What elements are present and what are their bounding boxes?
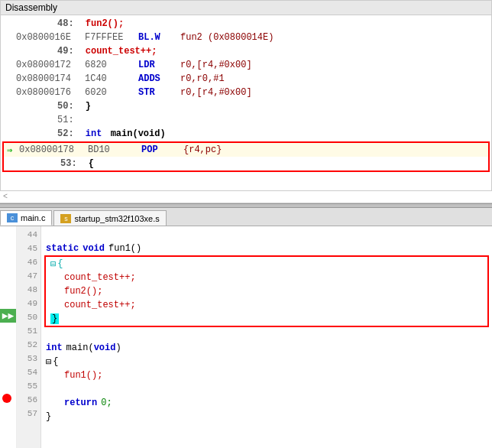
dis-asm-172: 0x08000172 6820 LDR r0,[r4,#0x00]: [1, 58, 491, 72]
code-line-57: }: [41, 410, 492, 424]
gutter-53: 53: [17, 352, 40, 365]
marker-47: [0, 268, 16, 281]
dis-asm-176: 0x08000176 6020 STR r0,[r4,#0x00]: [1, 86, 491, 99]
marker-53: [0, 350, 16, 364]
collapse-icon-46[interactable]: ⊟: [50, 258, 56, 270]
source-editor-panel: c main.c s startup_stm32f103xe.s ▶▶: [0, 208, 492, 448]
marker-44: [0, 226, 16, 240]
code-line-49: count_test++;: [46, 298, 487, 312]
dis-asm-174: 0x08000174 1C40 ADDS r0,r0,#1: [1, 72, 491, 86]
code-line-56: return 0;: [41, 396, 492, 410]
side-marker-gutter: ▶▶: [0, 226, 17, 448]
marker-45: [0, 240, 16, 254]
code-line-50: }: [46, 312, 487, 326]
gutter-55: 55: [17, 379, 40, 393]
gutter-51: 51: [17, 324, 40, 338]
tab-main-c[interactable]: c main.c: [0, 210, 52, 226]
marker-56-bp: [0, 391, 16, 405]
marker-49: [0, 295, 16, 309]
code-line-55: [41, 382, 492, 396]
code-line-53: ⊟ {: [41, 355, 492, 368]
gutter-47: 47: [17, 269, 40, 283]
gutter-49: 49: [17, 297, 40, 310]
gutter-57: 57: [17, 407, 40, 420]
collapse-icon-53[interactable]: ⊟: [46, 356, 51, 368]
marker-52: [0, 336, 16, 350]
marker-54: [0, 364, 16, 378]
code-line-48: fun2();: [46, 284, 487, 298]
startup-s-icon: s: [60, 214, 71, 223]
gutter-52: 52: [17, 338, 40, 352]
scroll-hint: <: [0, 191, 492, 203]
disassembly-content: 48: fun2(); 0x0800016E F7FFFEE BL.W fun2…: [1, 15, 491, 174]
gutter-44: 44: [17, 228, 40, 242]
code-line-52: int main( void ): [41, 341, 492, 355]
gutter-56: 56: [17, 393, 40, 407]
gutter-46: 46: [17, 255, 40, 269]
marker-46: [0, 254, 16, 268]
gutter-45: 45: [17, 242, 40, 255]
code-line-51: [41, 327, 492, 341]
disassembly-panel: Disassembly 48: fun2(); 0x0800016E F7FFF…: [0, 0, 492, 191]
dis-asm-178-arrow: ⇒ 0x08000178 BD10 POP {r4,pc}: [4, 143, 488, 157]
dis-src-48: 48: fun2();: [1, 17, 491, 31]
dis-highlight-box: ⇒ 0x08000178 BD10 POP {r4,pc} 53: {: [2, 141, 490, 172]
code-line-46: ⊟ {: [46, 257, 487, 271]
tab-startup-label: startup_stm32f103xe.s: [74, 214, 159, 223]
marker-55: [0, 378, 16, 391]
dis-src-49: 49: count_test++;: [1, 44, 491, 58]
code-line-54: fun1();: [41, 368, 492, 382]
dis-src-51: 51:: [1, 113, 491, 127]
dis-src-53: 53: {: [4, 157, 488, 170]
gutter-48: 48: [17, 283, 40, 297]
editor-body: ▶▶ 44 45 46 47 48 49: [0, 226, 492, 448]
code-line-47: count_test++;: [46, 271, 487, 284]
marker-51: [0, 323, 16, 336]
line-numbers: 44 45 46 47 48 49 50 51 52 53 54 55 56 5…: [17, 226, 41, 448]
main-c-icon: c: [7, 213, 18, 222]
marker-50-green: ▶▶: [0, 309, 16, 323]
source-highlight-box: ⊟ { count_test++; fun2(); count_test++;: [44, 255, 489, 327]
code-content[interactable]: static void fun1() ⊟ { count_test++; fun…: [41, 226, 492, 448]
tab-startup[interactable]: s startup_stm32f103xe.s: [53, 210, 166, 226]
dis-asm-16e: 0x0800016E F7FFFEE BL.W fun2 (0x0800014E…: [1, 31, 491, 44]
marker-48: [0, 281, 16, 295]
dis-src-52: 52: int main(void): [1, 127, 491, 141]
breakpoint-dot: [2, 394, 11, 403]
disassembly-title: Disassembly: [1, 1, 491, 15]
code-line-45: static void fun1(): [41, 242, 492, 255]
tabs-bar: c main.c s startup_stm32f103xe.s: [0, 208, 492, 226]
dis-src-50: 50: }: [1, 99, 491, 113]
code-line-44: [41, 228, 492, 242]
gutter-50: 50: [17, 310, 40, 324]
marker-57: [0, 405, 16, 419]
gutter-54: 54: [17, 365, 40, 379]
tab-main-c-label: main.c: [21, 213, 45, 222]
